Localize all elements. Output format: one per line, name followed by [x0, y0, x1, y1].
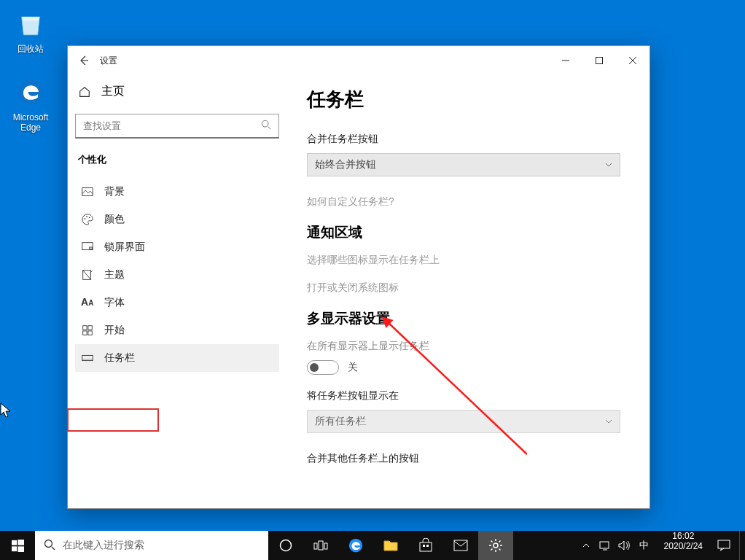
chevron-down-icon [605, 161, 612, 168]
store-taskbar-icon[interactable] [408, 531, 443, 560]
notif-heading: 通知区域 [307, 223, 629, 242]
nav-label: 任务栏 [104, 351, 135, 365]
taskview-button[interactable] [303, 531, 338, 560]
cortana-button[interactable] [268, 531, 303, 560]
recycle-bin-icon[interactable]: 回收站 [4, 6, 58, 54]
content-area: 任务栏 合并任务栏按钮 始终合并按钮 如何自定义任务栏? 通知区域 选择哪些图标… [286, 75, 650, 508]
search-icon [261, 120, 271, 133]
nav-background[interactable]: 背景 [75, 178, 279, 206]
date-text: 2020/2/24 [664, 541, 703, 551]
multi-label: 在所有显示器上显示任务栏 [307, 340, 629, 353]
mail-taskbar-icon[interactable] [443, 531, 478, 560]
edge-desktop-icon[interactable]: Microsoft Edge [4, 74, 58, 133]
chevron-down-icon [605, 418, 612, 425]
show-desktop-button[interactable] [739, 531, 745, 560]
svg-rect-12 [83, 331, 87, 335]
ime-indicator[interactable]: 中 [635, 539, 654, 552]
svg-rect-23 [314, 543, 317, 549]
home-link[interactable]: 主页 [75, 78, 279, 105]
svg-point-2 [262, 120, 268, 127]
volume-icon[interactable] [616, 540, 632, 551]
taskbar-search[interactable]: 在此键入进行搜索 [35, 531, 268, 560]
svg-rect-1 [596, 58, 603, 64]
nav-lockscreen[interactable]: 锁屏界面 [75, 233, 279, 261]
page-title: 任务栏 [307, 87, 629, 112]
svg-rect-18 [17, 540, 24, 545]
clock[interactable]: 16:02 2020/2/24 [658, 531, 709, 560]
svg-point-22 [281, 540, 292, 551]
nav-label: 字体 [104, 296, 125, 309]
search-icon [44, 539, 55, 553]
multi-buttons-label: 将任务栏按钮显示在 [307, 389, 629, 402]
svg-point-4 [85, 218, 86, 219]
svg-point-6 [89, 217, 90, 218]
svg-point-31 [494, 543, 498, 548]
svg-rect-20 [17, 546, 24, 552]
svg-point-5 [86, 216, 87, 217]
svg-rect-8 [90, 247, 93, 249]
svg-rect-30 [454, 540, 467, 551]
maximize-button[interactable] [582, 46, 616, 75]
search-input[interactable] [83, 120, 261, 131]
nav-label: 主题 [104, 268, 125, 281]
recycle-bin-label: 回收站 [4, 44, 58, 54]
edge-taskbar-icon[interactable] [338, 531, 373, 560]
svg-rect-17 [12, 540, 17, 545]
svg-rect-33 [718, 540, 730, 548]
nav-label: 开始 [104, 324, 125, 337]
nav-label: 锁屏界面 [104, 241, 145, 254]
sidebar: 主页 个性化 背景 颜色 锁屏界面 主题 [68, 75, 286, 508]
nav-fonts[interactable]: AA 字体 [75, 289, 279, 316]
multi-buttons-dropdown[interactable]: 所有任务栏 [307, 410, 620, 433]
other-label: 合并其他任务栏上的按钮 [307, 452, 629, 465]
nav-label: 颜色 [104, 213, 125, 226]
toggle-state: 关 [348, 361, 358, 374]
network-icon[interactable] [597, 540, 613, 551]
svg-point-21 [45, 540, 52, 547]
svg-rect-27 [420, 542, 432, 551]
svg-rect-25 [324, 543, 327, 549]
start-button[interactable] [0, 531, 35, 560]
svg-rect-29 [426, 545, 429, 547]
settings-window: 设置 主页 个性化 背景 颜色 [67, 45, 650, 509]
time-text: 16:02 [664, 531, 703, 541]
home-label: 主页 [101, 84, 125, 99]
dropdown-value: 始终合并按钮 [315, 158, 376, 171]
system-tray: 中 [574, 531, 658, 560]
nav-start[interactable]: 开始 [75, 316, 279, 344]
search-placeholder: 在此键入进行搜索 [63, 539, 144, 552]
notif-link-2[interactable]: 打开或关闭系统图标 [307, 281, 629, 295]
multi-toggle[interactable] [307, 360, 339, 375]
multi-heading: 多显示器设置 [307, 309, 629, 328]
edge-label: Microsoft Edge [4, 112, 58, 133]
minimize-button[interactable] [549, 46, 582, 75]
back-button[interactable] [68, 46, 100, 75]
tray-chevron-icon[interactable] [578, 542, 594, 549]
svg-rect-10 [83, 326, 87, 330]
svg-rect-19 [12, 546, 17, 551]
svg-rect-32 [600, 542, 609, 548]
titlebar: 设置 [68, 46, 650, 75]
nav-themes[interactable]: 主题 [75, 261, 279, 289]
action-center-icon[interactable] [709, 531, 739, 560]
svg-rect-13 [88, 331, 92, 335]
customize-link[interactable]: 如何自定义任务栏? [307, 195, 629, 209]
svg-rect-28 [423, 545, 425, 547]
notif-link-1[interactable]: 选择哪些图标显示在任务栏上 [307, 254, 629, 267]
explorer-taskbar-icon[interactable] [373, 531, 408, 560]
section-title: 个性化 [78, 153, 276, 166]
nav-colors[interactable]: 颜色 [75, 206, 279, 233]
settings-taskbar-icon[interactable] [478, 531, 513, 560]
search-box[interactable] [75, 114, 279, 139]
combine-dropdown[interactable]: 始终合并按钮 [307, 153, 620, 176]
dropdown-value: 所有任务栏 [315, 415, 366, 428]
combine-label: 合并任务栏按钮 [307, 133, 629, 146]
svg-rect-7 [82, 243, 93, 250]
annotation-arrow [381, 316, 527, 462]
taskbar: 在此键入进行搜索 中 16:02 2020/2/24 [0, 531, 745, 560]
svg-rect-24 [319, 541, 323, 550]
close-button[interactable] [616, 46, 650, 75]
svg-rect-15 [82, 359, 93, 361]
nav-taskbar[interactable]: 任务栏 [75, 344, 279, 372]
window-title: 设置 [100, 55, 117, 67]
